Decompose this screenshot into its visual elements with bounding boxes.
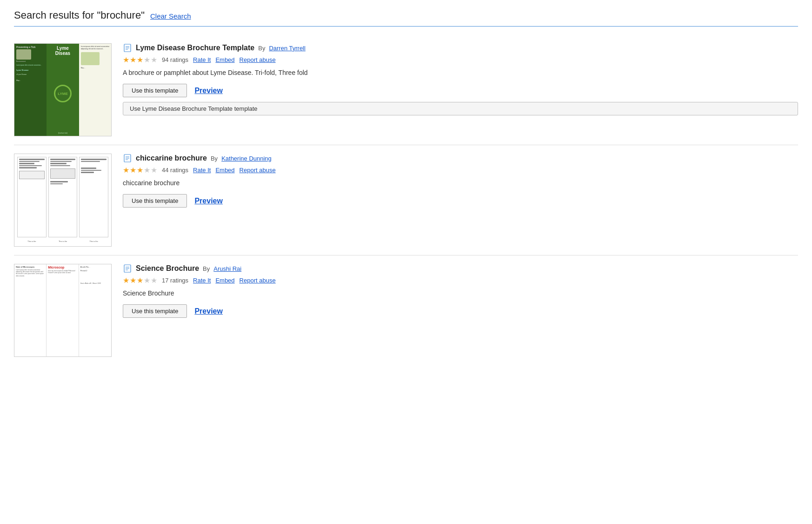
result-title-lyme: Lyme Disease Brochure Template	[136, 44, 254, 52]
rate-it-science[interactable]: Rate It	[193, 277, 211, 284]
rate-it-lyme[interactable]: Rate It	[193, 56, 211, 63]
stars-lyme: ★ ★ ★ ★ ★	[123, 55, 157, 64]
star-1-chiccarine: ★	[123, 166, 129, 175]
result-info-science: Science Brochure By Arushi Rai ★ ★ ★ ★ ★…	[123, 264, 798, 318]
report-abuse-science[interactable]: Report abuse	[240, 277, 276, 284]
star-4-lyme: ★	[144, 55, 150, 64]
clear-search-link[interactable]: Clear Search	[150, 12, 191, 20]
result-title-row-chiccarine: chiccarine brochure By Katherine Dunning	[123, 154, 798, 163]
doc-icon-science	[123, 264, 132, 273]
doc-icon-lyme	[123, 43, 132, 53]
star-5-chiccarine: ★	[151, 166, 157, 175]
actions-row-chiccarine: Use this template Preview	[123, 194, 798, 208]
preview-link-lyme[interactable]: Preview	[194, 87, 222, 95]
by-label-chiccarine: By	[211, 155, 218, 162]
result-title-science: Science Brochure	[136, 264, 199, 273]
star-5-science: ★	[151, 276, 157, 285]
star-4-chiccarine: ★	[144, 166, 150, 175]
results-list: Preventing a Tick Environment Lorem ipsu…	[14, 35, 798, 365]
star-2-chiccarine: ★	[130, 166, 136, 175]
header-divider	[14, 26, 798, 27]
description-lyme: A brochure or pamphlet about Lyme Diseas…	[123, 69, 798, 76]
search-query: "brochure"	[97, 9, 145, 21]
star-5-lyme: ★	[151, 55, 157, 64]
ratings-count-chiccarine: 44 ratings	[162, 167, 188, 174]
ratings-row-chiccarine: ★ ★ ★ ★ ★ 44 ratings Rate It Embed Repor…	[123, 166, 798, 175]
thumbnail-lyme[interactable]: Preventing a Tick Environment Lorem ipsu…	[14, 43, 112, 136]
author-link-chiccarine[interactable]: Katherine Dunning	[221, 155, 272, 162]
embed-science[interactable]: Embed	[215, 277, 234, 284]
ratings-row-science: ★ ★ ★ ★ ★ 17 ratings Rate It Embed Repor…	[123, 276, 798, 285]
search-prefix: Search results for	[14, 9, 97, 21]
use-template-btn-science[interactable]: Use this template	[123, 304, 187, 318]
by-label-science: By	[203, 265, 210, 272]
report-abuse-lyme[interactable]: Report abuse	[240, 56, 276, 63]
star-3-lyme: ★	[137, 55, 143, 64]
use-template-btn-lyme[interactable]: Use this template	[123, 84, 187, 97]
author-link-lyme[interactable]: Darren Tyrrell	[269, 45, 306, 52]
result-info-chiccarine: chiccarine brochure By Katherine Dunning…	[123, 154, 798, 208]
stars-chiccarine: ★ ★ ★ ★ ★	[123, 166, 157, 175]
star-1-science: ★	[123, 276, 129, 285]
result-item-lyme: Preventing a Tick Environment Lorem ipsu…	[14, 35, 798, 145]
preview-link-chiccarine[interactable]: Preview	[194, 197, 222, 205]
preview-link-science[interactable]: Preview	[194, 307, 222, 316]
actions-row-science: Use this template Preview	[123, 304, 798, 318]
star-3-science: ★	[137, 276, 143, 285]
stars-science: ★ ★ ★ ★ ★	[123, 276, 157, 285]
thumbnail-chiccarine[interactable]: This is the This is the This is the	[14, 154, 112, 247]
actions-row-lyme: Use this template Preview	[123, 84, 798, 97]
result-title-row-lyme: Lyme Disease Brochure Template By Darren…	[123, 43, 798, 53]
result-item-science: State of Microscopes Lorem ipsum dolor s…	[14, 255, 798, 365]
search-title: Search results for "brochure"	[14, 9, 145, 21]
author-link-science[interactable]: Arushi Rai	[213, 265, 241, 272]
star-1-lyme: ★	[123, 55, 129, 64]
result-title-row-science: Science Brochure By Arushi Rai	[123, 264, 798, 273]
tooltip-lyme: Use Lyme Disease Brochure Template templ…	[123, 102, 798, 115]
by-label-lyme: By	[258, 45, 265, 52]
star-2-science: ★	[130, 276, 136, 285]
result-info-lyme: Lyme Disease Brochure Template By Darren…	[123, 43, 798, 115]
use-template-btn-chiccarine[interactable]: Use this template	[123, 194, 187, 208]
star-3-chiccarine: ★	[137, 166, 143, 175]
description-science: Science Brochure	[123, 289, 798, 297]
embed-lyme[interactable]: Embed	[215, 56, 234, 63]
result-item-chiccarine: This is the This is the This is the chic…	[14, 145, 798, 255]
thumbnail-science[interactable]: State of Microscopes Lorem ipsum dolor s…	[14, 264, 112, 357]
result-title-chiccarine: chiccarine brochure	[136, 154, 207, 162]
description-chiccarine: chiccarine brochure	[123, 179, 798, 187]
search-header: Search results for "brochure" Clear Sear…	[14, 9, 798, 21]
ratings-count-science: 17 ratings	[162, 277, 188, 284]
ratings-row-lyme: ★ ★ ★ ★ ★ 94 ratings Rate It Embed Repor…	[123, 55, 798, 64]
embed-chiccarine[interactable]: Embed	[215, 167, 234, 174]
rate-it-chiccarine[interactable]: Rate It	[193, 167, 211, 174]
star-4-science: ★	[144, 276, 150, 285]
doc-icon-chiccarine	[123, 154, 132, 163]
ratings-count-lyme: 94 ratings	[162, 56, 188, 63]
report-abuse-chiccarine[interactable]: Report abuse	[240, 167, 276, 174]
star-2-lyme: ★	[130, 55, 136, 64]
